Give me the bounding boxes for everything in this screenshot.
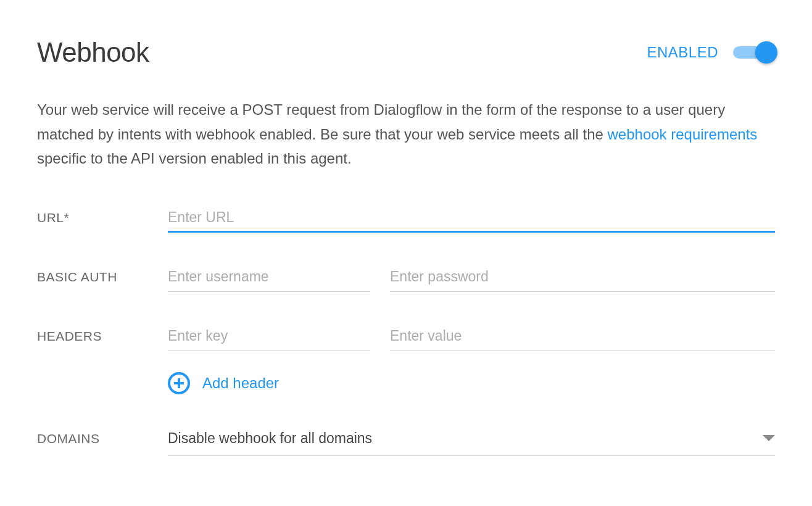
webhook-requirements-link[interactable]: webhook requirements xyxy=(608,126,758,143)
enable-toggle-group: ENABLED xyxy=(647,44,775,61)
basic-auth-row: BASIC AUTH xyxy=(37,265,775,292)
domains-select[interactable]: Disable webhook for all domains xyxy=(168,426,775,456)
password-input[interactable] xyxy=(390,265,775,292)
enabled-label: ENABLED xyxy=(647,44,718,61)
plus-circle-icon xyxy=(168,372,190,394)
page-title: Webhook xyxy=(37,37,149,68)
domains-label: DOMAINS xyxy=(37,426,168,446)
headers-row: HEADERS Add header xyxy=(37,324,775,394)
description-text-after: specific to the API version enabled in t… xyxy=(37,150,352,167)
webhook-enable-toggle[interactable] xyxy=(733,44,775,61)
basic-auth-label: BASIC AUTH xyxy=(37,265,168,284)
chevron-down-icon xyxy=(763,435,775,441)
header-row: Webhook ENABLED xyxy=(37,37,775,68)
webhook-description: Your web service will receive a POST req… xyxy=(37,97,775,171)
headers-label: HEADERS xyxy=(37,324,168,344)
url-row: URL* xyxy=(37,205,775,233)
header-value-input[interactable] xyxy=(390,324,775,351)
username-input[interactable] xyxy=(168,265,370,292)
url-input[interactable] xyxy=(168,205,775,233)
toggle-thumb xyxy=(755,41,777,64)
header-key-input[interactable] xyxy=(168,324,370,351)
domains-selected-value: Disable webhook for all domains xyxy=(168,430,372,447)
domains-row: DOMAINS Disable webhook for all domains xyxy=(37,426,775,456)
add-header-label: Add header xyxy=(202,375,279,392)
add-header-button[interactable]: Add header xyxy=(168,372,775,394)
url-label: URL* xyxy=(37,205,168,225)
